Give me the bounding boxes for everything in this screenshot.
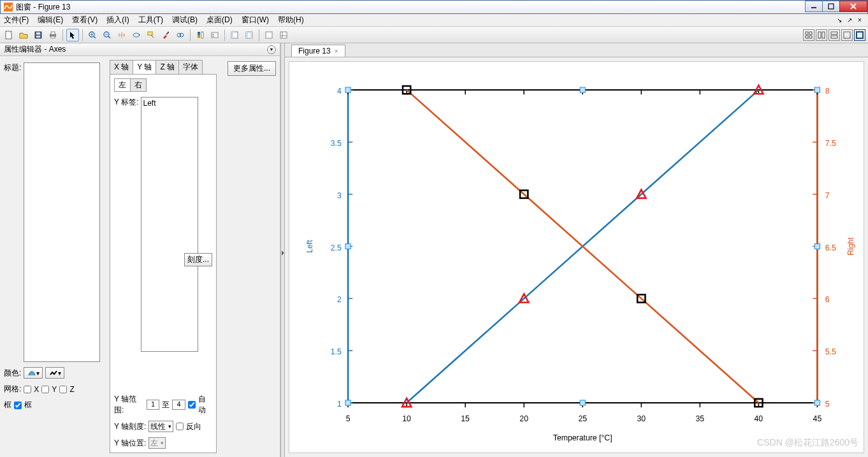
yscale-value: 线性 bbox=[150, 421, 166, 432]
svg-text:40: 40 bbox=[755, 414, 763, 423]
svg-text:1: 1 bbox=[337, 400, 342, 409]
menubar: 文件(F) 编辑(E) 查看(V) 插入(I) 工具(T) 调试(B) 桌面(D… bbox=[0, 14, 868, 27]
svg-text:25: 25 bbox=[578, 414, 587, 423]
ylabel-input[interactable]: Left bbox=[141, 97, 198, 352]
ypos-label: Y 轴位置: bbox=[114, 438, 146, 449]
grid-x-checkbox[interactable] bbox=[24, 386, 31, 393]
svg-rect-26 bbox=[198, 32, 200, 38]
tab-left[interactable]: 左 bbox=[114, 78, 131, 92]
svg-rect-12 bbox=[51, 36, 55, 38]
layout-max-icon[interactable] bbox=[854, 29, 865, 41]
zoom-out-icon[interactable] bbox=[101, 29, 113, 41]
grid-y-checkbox[interactable] bbox=[41, 386, 49, 393]
show-plot-tools-icon[interactable] bbox=[277, 29, 290, 41]
ylim-auto-checkbox[interactable] bbox=[188, 401, 196, 409]
tab-font[interactable]: 字体 bbox=[178, 60, 203, 74]
svg-text:5.5: 5.5 bbox=[825, 347, 836, 356]
brush-icon[interactable] bbox=[159, 29, 172, 41]
minimize-button[interactable] bbox=[805, 1, 823, 12]
svg-rect-11 bbox=[51, 32, 55, 34]
ylim-high-input[interactable]: 4 bbox=[172, 400, 185, 410]
tab-right[interactable]: 右 bbox=[130, 78, 147, 92]
svg-text:Left: Left bbox=[305, 240, 314, 253]
colorbar-icon[interactable] bbox=[194, 29, 206, 41]
ticks-button[interactable]: 刻度... bbox=[184, 253, 212, 266]
zoom-in-icon[interactable] bbox=[86, 29, 99, 41]
menu-insert[interactable]: 插入(I) bbox=[106, 15, 129, 25]
title-label: 标题: bbox=[4, 62, 21, 73]
new-file-icon[interactable] bbox=[3, 29, 15, 41]
window-title: 图窗 - Figure 13 bbox=[16, 2, 806, 13]
menu-file[interactable]: 文件(F) bbox=[4, 15, 29, 25]
data-cursor-icon[interactable] bbox=[145, 29, 157, 41]
menubar-close-icon[interactable]: × bbox=[855, 16, 864, 25]
link-data-icon[interactable] bbox=[174, 29, 187, 41]
menu-debug[interactable]: 调试(B) bbox=[172, 15, 198, 25]
svg-rect-35 bbox=[250, 32, 252, 38]
frame-checkbox[interactable] bbox=[14, 402, 22, 409]
layout-grid-icon[interactable] bbox=[803, 29, 814, 41]
close-button[interactable] bbox=[839, 1, 867, 12]
ylim-label: Y 轴范围: bbox=[114, 394, 144, 416]
hide-plot-tools-icon[interactable] bbox=[263, 29, 275, 41]
dock-layout2-icon[interactable] bbox=[243, 29, 256, 41]
more-properties-button[interactable]: 更多属性... bbox=[228, 61, 276, 76]
menu-view[interactable]: 查看(V) bbox=[72, 15, 98, 25]
svg-rect-32 bbox=[231, 32, 233, 38]
figure-canvas[interactable]: 5101520253035404511.522.533.5455.566.577… bbox=[289, 61, 864, 453]
tab-y-axis[interactable]: Y 轴 bbox=[133, 60, 156, 74]
property-editor: 属性编辑器 - Axes ▾ 标题: 颜色: ▾ ▾ 网格: X Y bbox=[0, 43, 280, 457]
svg-rect-49 bbox=[857, 32, 863, 38]
pointer-icon[interactable] bbox=[66, 29, 79, 41]
save-icon[interactable] bbox=[32, 29, 45, 41]
edge-color-button[interactable]: ▾ bbox=[45, 367, 64, 379]
splitter[interactable] bbox=[280, 43, 285, 457]
window-titlebar: 图窗 - Figure 13 bbox=[0, 0, 868, 14]
figure-tab-close-icon[interactable]: × bbox=[335, 48, 338, 55]
menu-help[interactable]: 帮助(H) bbox=[278, 15, 304, 25]
open-file-icon[interactable] bbox=[17, 29, 30, 41]
svg-rect-27 bbox=[201, 32, 203, 38]
tab-x-axis[interactable]: X 轴 bbox=[110, 60, 133, 74]
dock-mini-icon[interactable]: ↘ bbox=[835, 16, 844, 25]
menu-window[interactable]: 窗口(W) bbox=[242, 15, 269, 25]
color-label: 颜色: bbox=[4, 368, 21, 379]
grid-z-checkbox[interactable] bbox=[59, 386, 67, 393]
axes-title-input[interactable] bbox=[24, 62, 100, 362]
yscale-select[interactable]: 线性 bbox=[148, 421, 173, 432]
menu-tools[interactable]: 工具(T) bbox=[138, 15, 163, 25]
dock-layout1-icon[interactable] bbox=[228, 29, 241, 41]
undock-icon[interactable]: ↗ bbox=[845, 16, 854, 25]
svg-rect-121 bbox=[580, 400, 585, 405]
menu-edit[interactable]: 编辑(E) bbox=[38, 15, 63, 25]
svg-text:3: 3 bbox=[337, 191, 342, 200]
svg-rect-48 bbox=[844, 32, 850, 38]
rotate3d-icon[interactable] bbox=[130, 29, 143, 41]
svg-text:8: 8 bbox=[825, 87, 830, 96]
print-icon[interactable] bbox=[47, 29, 59, 41]
menu-desktop[interactable]: 桌面(D) bbox=[206, 15, 233, 25]
svg-rect-47 bbox=[831, 36, 837, 38]
legend-icon[interactable] bbox=[208, 29, 221, 41]
watermark: CSDN @松花江路2600号 bbox=[757, 437, 858, 449]
figure-tab[interactable]: Figure 13 × bbox=[291, 45, 345, 57]
layout-single-icon[interactable] bbox=[841, 29, 853, 41]
svg-text:2.5: 2.5 bbox=[331, 243, 342, 252]
property-editor-menu-icon[interactable]: ▾ bbox=[267, 45, 276, 54]
layout-cols-icon[interactable] bbox=[816, 29, 827, 41]
svg-rect-2 bbox=[828, 4, 834, 9]
maximize-button[interactable] bbox=[822, 1, 840, 12]
svg-rect-115 bbox=[345, 87, 351, 92]
svg-text:7.5: 7.5 bbox=[825, 139, 836, 148]
face-color-button[interactable]: ▾ bbox=[24, 367, 43, 379]
axes-plot[interactable]: 5101520253035404511.522.533.5455.566.577… bbox=[289, 62, 863, 453]
yreverse-checkbox[interactable] bbox=[176, 423, 184, 430]
app-icon bbox=[3, 2, 13, 12]
layout-rows-icon[interactable] bbox=[828, 29, 840, 41]
svg-text:Temperature [°C]: Temperature [°C] bbox=[553, 433, 612, 442]
pan-icon[interactable] bbox=[115, 29, 128, 41]
svg-rect-21 bbox=[148, 32, 152, 35]
svg-text:45: 45 bbox=[813, 414, 822, 423]
ylim-low-input[interactable]: 1 bbox=[147, 400, 160, 410]
tab-z-axis[interactable]: Z 轴 bbox=[156, 60, 179, 74]
